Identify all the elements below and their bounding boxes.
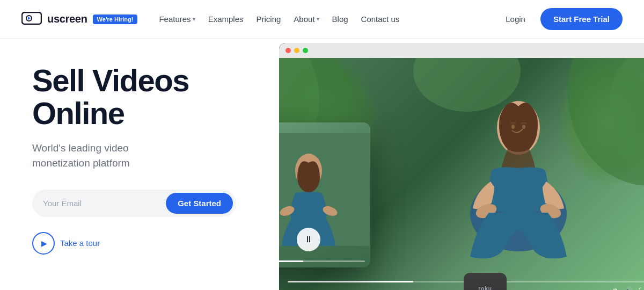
chevron-down-icon: ▾ [193,16,195,22]
navbar: uscreen We're Hiring! Features ▾ Example… [0,0,644,39]
start-free-trial-button[interactable]: Start Free Trial [540,8,623,30]
bottom-row: fire tv  tv [279,273,644,290]
login-button[interactable]: Login [499,10,532,28]
hero-subheadline: World's leading videomonetization platfo… [32,141,258,171]
nav-item-contact[interactable]: Contact us [356,10,405,28]
nav-contact-label: Contact us [361,15,400,24]
logo-text: uscreen [47,13,87,25]
play-pause-button[interactable]: ⏸ [297,228,320,251]
uscreen-logo-icon [21,12,42,27]
nav-item-features[interactable]: Features ▾ [153,10,200,28]
tour-label: Take a tour [60,238,100,248]
hero-left-panel: Sell Videos Online World's leading video… [0,39,279,290]
browser-bar [279,43,644,58]
nav-pricing-label: Pricing [256,15,281,24]
play-icon: ▶ [41,239,47,248]
roku-label: roku [478,286,492,291]
chevron-down-icon: ▾ [317,16,319,22]
nav-about-label: About [294,15,314,24]
video-player-small: LIVE ⏸ [279,122,370,267]
nav-links: Features ▾ Examples Pricing About ▾ Blog… [153,10,499,28]
video-small-inner: LIVE ⏸ [279,122,370,267]
nav-item-about[interactable]: About ▾ [288,10,324,28]
tour-play-circle: ▶ [32,232,55,255]
svg-point-13 [413,58,521,112]
nav-examples-label: Examples [208,15,244,24]
email-form: Get Started [32,190,236,217]
browser-dot-close [286,48,291,53]
browser-content: ⚙ 🔊 ⛶ [279,58,644,290]
nav-item-pricing[interactable]: Pricing [251,10,286,28]
nav-item-examples[interactable]: Examples [203,10,249,28]
hiring-badge[interactable]: We're Hiring! [93,15,138,24]
small-video-woman-svg [279,133,370,246]
get-started-button[interactable]: Get Started [166,193,233,214]
main-content: Sell Videos Online World's leading video… [0,39,644,290]
browser-mockup: ⚙ 🔊 ⛶ [279,43,644,290]
nav-right: Login Start Free Trial [499,8,623,30]
devices-row: fire tv  tv [357,273,507,290]
logo-area: uscreen We're Hiring! [21,12,137,27]
hero-right-panel: ⚙ 🔊 ⛶ [279,39,644,290]
nav-features-label: Features [159,15,191,24]
nav-item-blog[interactable]: Blog [327,10,354,28]
roku-device: roku [464,273,507,290]
take-a-tour-link[interactable]: ▶ Take a tour [32,232,258,255]
email-input[interactable] [43,199,166,208]
browser-dot-maximize [303,48,308,53]
nav-blog-label: Blog [332,15,348,24]
svg-marker-2 [28,17,31,20]
browser-dot-minimize [294,48,299,53]
hero-headline: Sell Videos Online [32,64,258,130]
small-progress-fill [279,260,303,262]
small-progress-bar [279,260,365,262]
